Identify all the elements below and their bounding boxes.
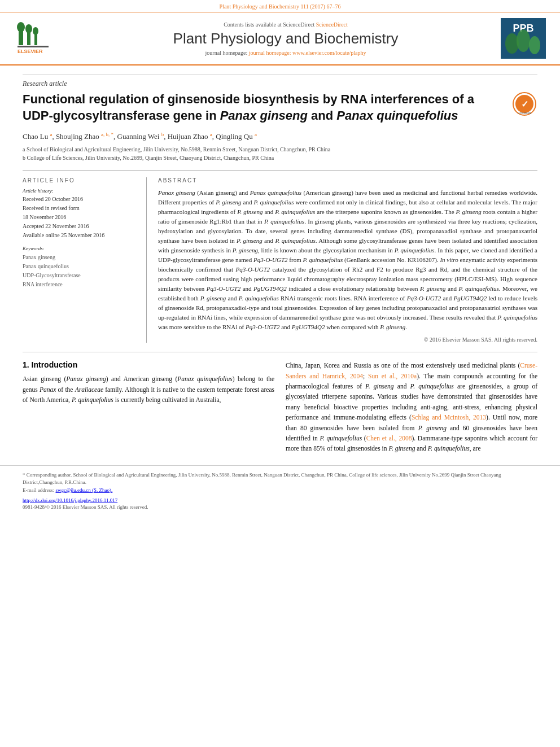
corresponding-note: * Corresponding author. School of Biolog… <box>23 471 537 495</box>
affiliations: a School of Biological and Agricultural … <box>23 145 537 162</box>
article-title: Functional regulation of ginsenoside bio… <box>23 91 506 124</box>
ref-chen[interactable]: Chen et al., 2008 <box>366 435 412 442</box>
doi-line[interactable]: http://dx.doi.org/10.1016/j.plaphy.2016.… <box>23 497 537 503</box>
elsevier-logo-block: ELSEVIER <box>11 21 73 55</box>
article-info-col: ARTICLE INFO Article history: Received 2… <box>23 177 147 343</box>
sciencedirect-line: Contents lists available at ScienceDirec… <box>79 21 492 28</box>
article-info-abstract-section: ARTICLE INFO Article history: Received 2… <box>23 170 537 343</box>
email-label: E-mail address: <box>23 487 54 493</box>
abstract-heading: ABSTRACT <box>158 177 537 184</box>
svg-point-11 <box>517 29 530 52</box>
crossmark-svg: ✓ CrossMark <box>512 91 537 117</box>
received-date: Received 20 October 2016 <box>23 195 138 204</box>
intro-col-right: China, Japan, Korea and Russia as one of… <box>286 360 537 454</box>
ref-sun[interactable]: Sun et al., 2010a <box>368 373 417 379</box>
ppb-logo-block: PPB <box>498 18 549 59</box>
history-label: Article history: <box>23 188 138 194</box>
intro-text-col1: Asian ginseng (Panax ginseng) and Americ… <box>23 374 274 405</box>
ppb-logo-svg: PPB <box>501 18 546 59</box>
journal-homepage: journal homepage: journal homepage: www.… <box>79 50 492 56</box>
intro-heading: 1. Introduction <box>23 360 274 369</box>
intro-col-left: 1. Introduction Asian ginseng (Panax gin… <box>23 360 274 454</box>
main-content: Research article Functional regulation o… <box>0 65 560 465</box>
doi-link[interactable]: http://dx.doi.org/10.1016/j.plaphy.2016.… <box>23 497 117 503</box>
svg-text:CrossMark: CrossMark <box>518 111 532 115</box>
svg-point-3 <box>25 24 32 33</box>
copyright-line: © 2016 Elsevier Masson SAS. All rights r… <box>158 337 537 343</box>
crossmark-badge[interactable]: ✓ CrossMark <box>512 91 537 119</box>
title-italic2: Panax quinquefolius <box>336 108 458 123</box>
keyword-2: Panax quinquefolius <box>23 262 138 271</box>
article-type: Research article <box>23 75 537 88</box>
keyword-1: Panax ginseng <box>23 253 138 262</box>
keywords-section: Keywords: Panax ginseng Panax quinquefol… <box>23 246 138 289</box>
journal-title-block: Contents lists available at ScienceDirec… <box>79 21 492 56</box>
article-history: Article history: Received 20 October 201… <box>23 188 138 240</box>
introduction-section: 1. Introduction Asian ginseng (Panax gin… <box>23 360 537 454</box>
journal-top-bar: Plant Physiology and Biochemistry 111 (2… <box>0 0 560 12</box>
corresponding-email[interactable]: swgc@jlu.edu.cn (S. Zhao). <box>55 487 112 493</box>
received-revised: Received in revised form 18 November 201… <box>23 204 138 222</box>
affiliation-a: a School of Biological and Agricultural … <box>23 145 537 154</box>
keyword-3: UDP-Glycosyltransferase <box>23 271 138 280</box>
affiliation-b: b College of Life Sciences, Jilin Univer… <box>23 154 537 162</box>
keywords-label: Keywords: <box>23 246 138 251</box>
ref-schlag[interactable]: Schlag and Mcintosh, 2013 <box>412 414 486 421</box>
keyword-4: RNA interference <box>23 280 138 289</box>
elsevier-logo-svg: ELSEVIER <box>16 21 69 55</box>
section-divider <box>23 352 537 352</box>
svg-text:✓: ✓ <box>521 99 528 109</box>
page-footer: * Corresponding author. School of Biolog… <box>0 465 560 516</box>
svg-point-12 <box>529 36 540 54</box>
svg-text:ELSEVIER: ELSEVIER <box>18 49 43 54</box>
issn-line: 0981-9428/© 2016 Elsevier Masson SAS. Al… <box>23 504 537 510</box>
svg-point-1 <box>17 22 25 32</box>
abstract-col: ABSTRACT Panax ginseng (Asian ginseng) a… <box>158 177 537 343</box>
abstract-text: Panax ginseng (Asian ginseng) and Panax … <box>158 188 537 333</box>
accepted-date: Accepted 22 November 2016 <box>23 222 138 231</box>
available-online: Available online 25 November 2016 <box>23 231 138 240</box>
article-info-heading: ARTICLE INFO <box>23 177 138 184</box>
title-italic1: Panax ginseng <box>220 108 308 123</box>
article-title-block: Functional regulation of ginsenoside bio… <box>23 91 537 124</box>
authors-line: Chao Lu a, Shoujing Zhao a, b, *, Guanni… <box>23 132 537 141</box>
intro-text-col2: China, Japan, Korea and Russia as one of… <box>286 360 537 454</box>
footer-top: * Corresponding author. School of Biolog… <box>23 471 537 495</box>
sciencedirect-link[interactable]: ScienceDirect <box>316 21 348 28</box>
svg-rect-6 <box>18 46 49 47</box>
svg-point-5 <box>33 27 38 35</box>
title-part2: and <box>308 108 336 123</box>
journal-header: ELSEVIER Contents lists available at Sci… <box>0 12 560 65</box>
journal-citation: Plant Physiology and Biochemistry 111 (2… <box>220 3 341 10</box>
journal-homepage-link[interactable]: journal homepage: www.elsevier.com/locat… <box>249 50 366 56</box>
journal-title-main: Plant Physiology and Biochemistry <box>79 30 492 47</box>
